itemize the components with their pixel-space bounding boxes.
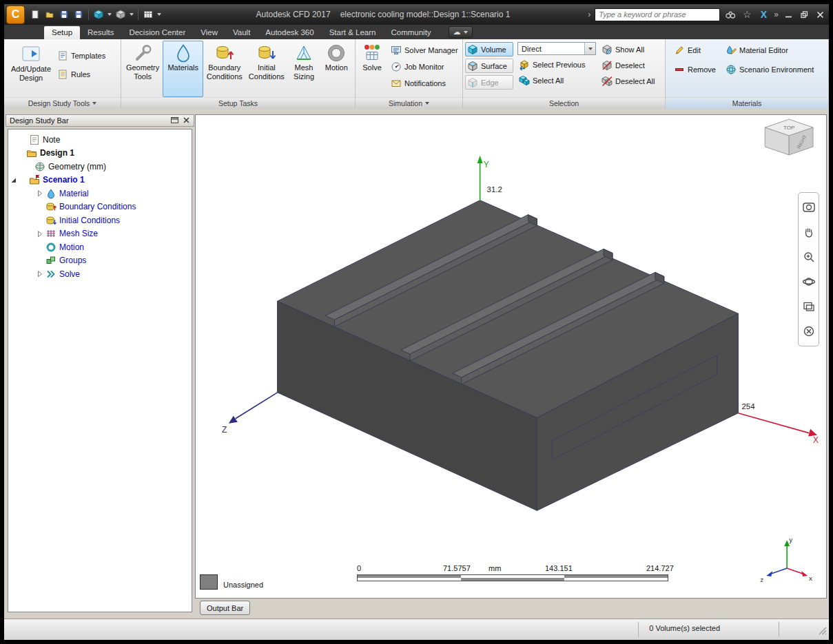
motion-icon: [45, 242, 56, 253]
group-label-simulation[interactable]: Simulation: [356, 97, 462, 109]
minimize-button[interactable]: [783, 9, 794, 21]
scenario-environment-button[interactable]: Scenario Environment: [724, 63, 815, 76]
templates-button[interactable]: Templates: [56, 49, 107, 62]
solve-button[interactable]: Solve: [358, 41, 387, 97]
viewport-canvas[interactable]: Y 31.2 Z X 254: [196, 115, 826, 598]
notifications-button[interactable]: Notifications: [389, 76, 460, 90]
restore-button[interactable]: [799, 9, 810, 21]
tab-results[interactable]: Results: [80, 26, 121, 39]
dock-pin-icon[interactable]: [170, 116, 179, 126]
tree-item-groups[interactable]: Groups: [8, 254, 192, 268]
expander-closed-icon[interactable]: [34, 189, 44, 198]
open-file-icon[interactable]: [43, 8, 56, 21]
close-panel-icon[interactable]: [183, 116, 190, 125]
mesh-sizing-button[interactable]: Mesh Sizing: [288, 41, 319, 97]
materials-button[interactable]: Materials: [163, 41, 203, 97]
mesh-sizing-icon: [294, 43, 313, 63]
group-selection: Volume Surface Edge Direct: [463, 39, 666, 109]
select-volume-button[interactable]: Volume: [465, 42, 513, 56]
deselect-all-button[interactable]: Deselect All: [600, 74, 656, 87]
tab-view[interactable]: View: [193, 26, 225, 39]
boundary-conditions-button[interactable]: Boundary Conditions: [204, 41, 245, 97]
zoom-window-icon[interactable]: [799, 294, 818, 319]
select-all-button[interactable]: Select All: [517, 74, 596, 87]
remove-material-button[interactable]: Remove: [672, 63, 717, 76]
tab-vault[interactable]: Vault: [225, 26, 258, 39]
selection-filter-dropdown[interactable]: Direct: [517, 42, 596, 55]
qat-expand-icon[interactable]: ›: [588, 10, 590, 19]
expander-closed-icon[interactable]: [34, 229, 44, 238]
chevron-down-icon[interactable]: [130, 13, 134, 16]
group-simulation: Solve Solver Manager Job Monitor Notific…: [356, 39, 463, 109]
add-update-design-icon: [21, 43, 41, 64]
tree-item-mesh-size[interactable]: Mesh Size: [8, 227, 192, 241]
tree-item-design-1[interactable]: Design 1: [8, 147, 192, 160]
output-bar-button[interactable]: Output Bar: [200, 601, 250, 615]
expander-open-icon[interactable]: [8, 176, 18, 185]
visibility-tools-icon[interactable]: [114, 8, 127, 21]
rules-button[interactable]: Rules: [56, 67, 107, 81]
main-area: Design Study Bar Note Design 1: [4, 109, 829, 619]
tree-item-material[interactable]: Material: [8, 187, 192, 200]
view-cube-top-label: TOP: [783, 125, 794, 131]
tree-item-note[interactable]: Note: [8, 133, 192, 147]
tab-setup[interactable]: Setup: [44, 26, 80, 39]
group-label-design-study-tools[interactable]: Design Study Tools: [4, 97, 121, 109]
tab-decision-center[interactable]: Decision Center: [121, 26, 193, 39]
add-update-design-button[interactable]: Add/Update Design: [6, 41, 56, 97]
tree-item-initial-conditions[interactable]: Initial Conditions: [8, 214, 192, 227]
tab-autodesk-360[interactable]: Autodesk 360: [258, 26, 321, 39]
select-previous-button[interactable]: Select Previous: [517, 58, 596, 71]
tree-item-boundary-conditions[interactable]: Boundary Conditions: [8, 200, 192, 214]
tab-start-learn[interactable]: Start & Learn: [322, 26, 384, 39]
orbit-icon[interactable]: [799, 269, 818, 294]
steering-wheel-icon[interactable]: [799, 195, 818, 220]
tree-item-geometry[interactable]: Geometry (mm): [8, 160, 192, 174]
select-surface-button[interactable]: Surface: [465, 59, 513, 73]
new-file-icon[interactable]: [28, 8, 42, 21]
help-search-input[interactable]: [595, 8, 720, 21]
view-cube[interactable]: TOP RIGHT: [765, 119, 813, 155]
expander-closed-icon[interactable]: [34, 269, 44, 278]
job-monitor-button[interactable]: Job Monitor: [389, 60, 460, 73]
3d-viewport[interactable]: Y 31.2 Z X 254: [195, 114, 827, 599]
initial-conditions-button[interactable]: Initial Conditions: [245, 41, 287, 97]
solver-manager-button[interactable]: Solver Manager: [389, 43, 460, 56]
selection-mode-icon[interactable]: [92, 8, 105, 21]
resize-grip[interactable]: [818, 625, 827, 638]
motion-button[interactable]: Motion: [320, 41, 353, 97]
pan-hand-icon[interactable]: [799, 220, 818, 245]
favorites-star-icon[interactable]: ☆: [741, 8, 753, 21]
deselect-button[interactable]: Deselect: [600, 59, 656, 72]
selection-status: 0 Volume(s) selected: [649, 624, 720, 632]
tab-community[interactable]: Community: [383, 26, 438, 39]
show-all-button[interactable]: Show All: [600, 43, 656, 56]
zoom-icon[interactable]: [799, 245, 818, 269]
a360-cloud-button[interactable]: ☁: [449, 26, 473, 38]
geometry-tools-button[interactable]: Geometry Tools: [123, 41, 162, 97]
table-tools-icon[interactable]: [141, 8, 155, 21]
app-logo-icon[interactable]: C: [6, 6, 25, 24]
tree-item-solve[interactable]: Solve: [8, 267, 192, 281]
overflow-icon[interactable]: »: [774, 10, 779, 19]
material-editor-button[interactable]: Material Editor: [724, 43, 815, 56]
volume-icon: [467, 44, 478, 55]
select-edge-button[interactable]: Edge: [465, 75, 513, 90]
exchange-apps-icon[interactable]: X: [757, 8, 770, 21]
save-icon[interactable]: [57, 8, 71, 21]
search-icon[interactable]: [724, 8, 737, 21]
save-as-icon[interactable]: [72, 8, 85, 21]
templates-icon: [57, 50, 68, 61]
chevron-down-icon[interactable]: [157, 13, 161, 16]
tree-item-scenario-1[interactable]: Scenario 1: [8, 174, 192, 187]
model-3d[interactable]: [278, 200, 739, 511]
chevron-down-icon[interactable]: [107, 13, 112, 16]
design-study-tree: Note Design 1 Geometry (mm) Scenario: [8, 129, 192, 612]
tree-item-motion[interactable]: Motion: [8, 240, 192, 254]
titlebar: C Autodesk CFD 2017electronic cooling mo…: [4, 4, 829, 25]
edit-material-button[interactable]: Edit: [672, 43, 717, 56]
cancel-view-icon[interactable]: [799, 319, 818, 344]
chevron-down-icon[interactable]: [584, 43, 595, 54]
close-button[interactable]: [814, 9, 826, 21]
groups-icon: [45, 255, 56, 266]
